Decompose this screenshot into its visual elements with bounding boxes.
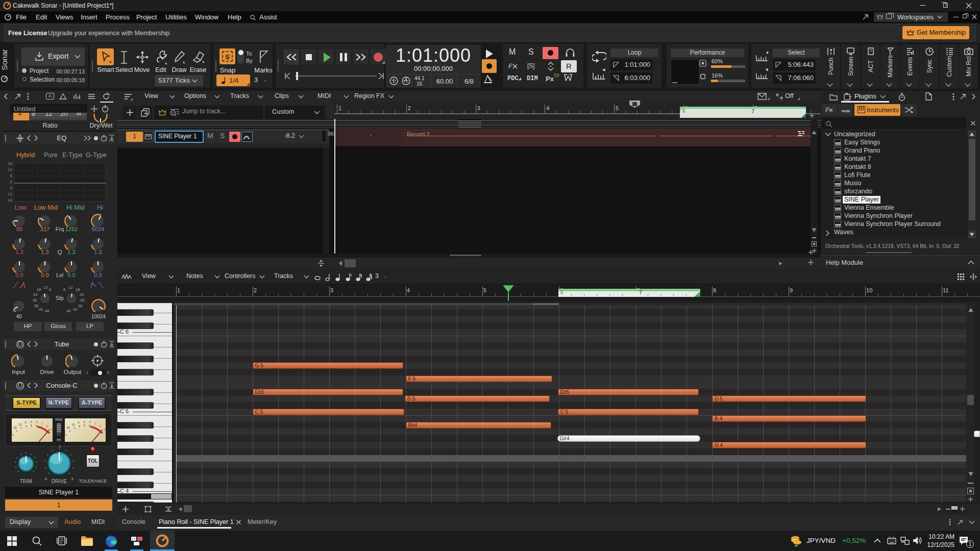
svg-text:18: 18	[66, 426, 69, 429]
svg-text:3: 3	[51, 428, 52, 431]
svg-text:30: 30	[12, 431, 12, 434]
svg-text:6: 6	[25, 421, 27, 424]
svg-text:3: 3	[84, 420, 85, 423]
svg-text:3: 3	[104, 428, 105, 431]
svg-text:0: 0	[89, 420, 91, 423]
svg-text:S: S	[225, 53, 230, 61]
svg-text:A: A	[245, 135, 248, 139]
svg-text:6: 6	[78, 421, 80, 424]
svg-text:0: 0	[36, 420, 38, 423]
svg-text:30: 30	[65, 431, 65, 434]
svg-text:2: 2	[46, 424, 48, 428]
svg-text:1: 1	[94, 422, 96, 425]
svg-text:12: 12	[18, 423, 21, 426]
svg-text:3: 3	[31, 420, 32, 423]
svg-text:18: 18	[13, 426, 16, 429]
svg-text:F: F	[825, 107, 829, 114]
svg-text:2: 2	[100, 424, 101, 428]
svg-text:F: F	[508, 62, 513, 70]
svg-text:1: 1	[41, 422, 43, 425]
svg-text:12: 12	[71, 423, 75, 426]
